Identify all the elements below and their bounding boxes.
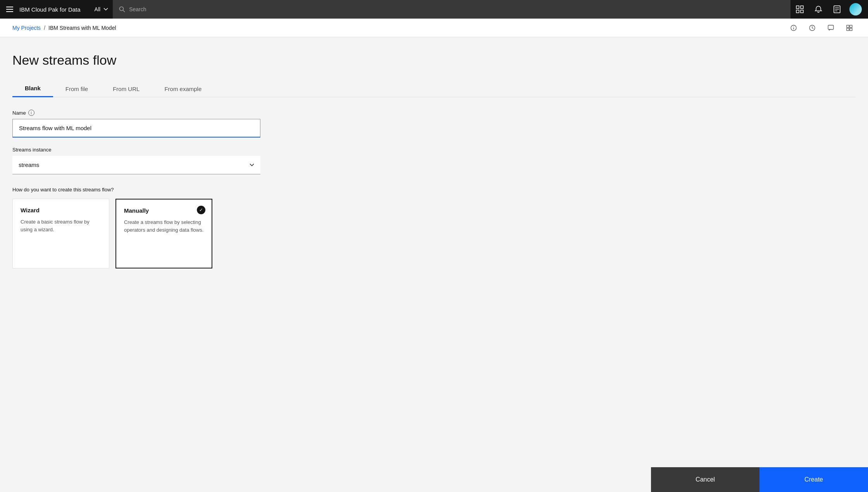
search-placeholder: Search — [129, 6, 146, 12]
breadcrumb-current: IBM Streams with ML Model — [48, 25, 116, 31]
svg-point-12 — [793, 26, 794, 27]
wizard-card-title: Wizard — [21, 207, 101, 213]
manually-card[interactable]: Manually ✓ Create a streams flow by sele… — [115, 199, 212, 268]
tab-from-url[interactable]: From URL — [100, 80, 152, 97]
main-content: New streams flow Blank From file From UR… — [0, 37, 868, 492]
name-label: Name i — [12, 110, 260, 116]
wizard-card-desc: Create a basic streams flow by using a w… — [21, 218, 101, 233]
nav-right-icons — [790, 0, 862, 19]
breadcrumb-bar: My Projects / IBM Streams with ML Model — [0, 19, 868, 37]
instance-value: streams — [19, 162, 39, 168]
svg-rect-2 — [796, 6, 799, 9]
info-action-icon[interactable] — [787, 22, 800, 34]
create-button[interactable]: Create — [760, 467, 868, 492]
form-section: Name i Streams instance streams How do y… — [12, 110, 260, 268]
tab-blank[interactable]: Blank — [12, 80, 53, 97]
document-icon[interactable] — [828, 0, 846, 19]
dropdown-label: All — [95, 6, 101, 12]
hamburger-menu[interactable] — [6, 7, 13, 12]
breadcrumb-separator: / — [44, 25, 45, 31]
name-field-group: Name i — [12, 110, 260, 138]
name-input[interactable] — [12, 119, 260, 138]
creation-label: How do you want to create this streams f… — [12, 187, 260, 193]
breadcrumb-projects-link[interactable]: My Projects — [12, 25, 41, 31]
manually-check-icon: ✓ — [197, 206, 205, 214]
svg-rect-17 — [847, 28, 849, 31]
chevron-down-icon — [250, 163, 254, 167]
manually-card-desc: Create a streams flow by selecting opera… — [124, 218, 204, 234]
tab-from-example[interactable]: From example — [152, 80, 214, 97]
creation-cards: Wizard Create a basic streams flow by us… — [12, 199, 260, 268]
tabs-bar: Blank From file From URL From example — [12, 80, 856, 97]
svg-line-1 — [123, 10, 125, 12]
svg-rect-16 — [850, 25, 852, 28]
notifications-icon[interactable] — [809, 0, 828, 19]
svg-rect-5 — [801, 10, 803, 13]
svg-rect-18 — [850, 28, 852, 31]
breadcrumb-actions — [787, 22, 856, 34]
svg-rect-3 — [801, 6, 803, 9]
svg-rect-4 — [796, 10, 799, 13]
instance-dropdown[interactable]: streams — [12, 156, 260, 174]
svg-rect-14 — [828, 25, 834, 29]
layout-action-icon[interactable] — [843, 22, 856, 34]
manually-card-title: Manually — [124, 207, 204, 214]
creation-method-section: How do you want to create this streams f… — [12, 187, 260, 268]
search-icon — [119, 6, 125, 12]
tab-from-file[interactable]: From file — [53, 80, 100, 97]
svg-rect-15 — [847, 25, 849, 28]
name-info-icon[interactable]: i — [28, 110, 34, 116]
search-bar[interactable]: Search — [113, 0, 790, 19]
brand-name: IBM Cloud Pak for Data — [19, 6, 81, 13]
user-avatar[interactable] — [849, 3, 862, 15]
cancel-button[interactable]: Cancel — [651, 467, 760, 492]
footer-bar: Cancel Create — [651, 467, 868, 492]
apps-icon[interactable] — [790, 0, 809, 19]
instance-field-group: Streams instance streams — [12, 147, 260, 174]
wizard-card[interactable]: Wizard Create a basic streams flow by us… — [12, 199, 109, 268]
page-title: New streams flow — [12, 53, 856, 68]
instance-label: Streams instance — [12, 147, 260, 153]
svg-point-0 — [120, 7, 124, 11]
category-dropdown[interactable]: All — [90, 0, 113, 19]
chat-action-icon[interactable] — [825, 22, 837, 34]
top-nav: IBM Cloud Pak for Data All Search — [0, 0, 868, 19]
history-action-icon[interactable] — [806, 22, 818, 34]
